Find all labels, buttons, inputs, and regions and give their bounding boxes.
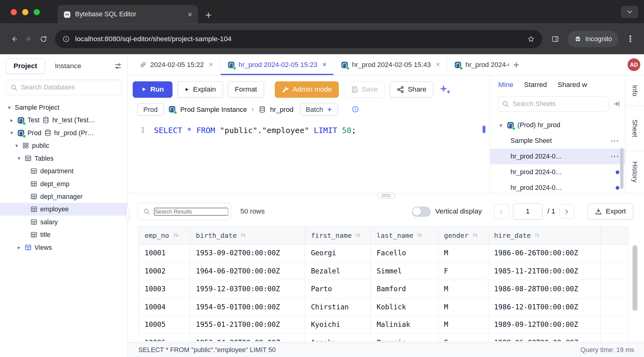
- sheet-search[interactable]: [497, 96, 609, 112]
- result-row[interactable]: 100021964-06-02T00:00:00ZBezalelSimmelF1…: [139, 262, 628, 280]
- tree-item-test[interactable]: ▸Testhr_test (Test…: [0, 114, 127, 126]
- sort-icon[interactable]: [173, 233, 179, 238]
- column-header-last-name[interactable]: last_name: [371, 226, 438, 244]
- column-header-hire-date[interactable]: hire_date: [488, 226, 601, 244]
- new-browser-tab-button[interactable]: +: [205, 10, 211, 21]
- reload-button[interactable]: [36, 32, 51, 46]
- close-window-button[interactable]: [11, 9, 17, 15]
- forward-button[interactable]: [22, 32, 36, 46]
- filter-settings-button[interactable]: [114, 62, 122, 70]
- collapse-panel-button[interactable]: [613, 100, 620, 108]
- column-header-gender[interactable]: gender: [438, 226, 488, 244]
- close-tab-icon[interactable]: ×: [209, 60, 213, 69]
- result-row[interactable]: 100011953-09-02T00:00:00ZGeorgiFacelloM1…: [139, 244, 628, 262]
- zoom-window-button[interactable]: [34, 9, 40, 15]
- sheet-item-hr-prod-2024-0[interactable]: hr_prod 2024-0…: [490, 164, 625, 180]
- tree-item-sample-project[interactable]: ▾Sample Project: [0, 101, 127, 114]
- database-name[interactable]: hr_prod: [270, 105, 293, 113]
- sql-code-area[interactable]: 1 SELECT * FROM "public"."employee" LIMI…: [133, 119, 490, 193]
- connection-info-button[interactable]: [351, 106, 359, 113]
- run-button[interactable]: Run: [133, 81, 173, 97]
- environment-badge[interactable]: Prod: [137, 103, 164, 116]
- more-menu-icon[interactable]: ···: [611, 136, 619, 145]
- sql-tab-2024-02-05-15-22[interactable]: 2024-02-05 15:22×: [133, 54, 221, 75]
- close-tab-icon[interactable]: ×: [322, 60, 327, 69]
- minimize-window-button[interactable]: [22, 9, 28, 15]
- column-header-emp-no[interactable]: emp_no: [139, 226, 190, 244]
- result-row[interactable]: 100041954-05-01T00:00:00ZChirstianKoblic…: [139, 298, 628, 316]
- export-button[interactable]: Export: [587, 203, 633, 220]
- tree-item-dept-emp[interactable]: dept_emp: [0, 177, 127, 190]
- sort-icon[interactable]: [417, 233, 423, 238]
- tab-starred[interactable]: Starred: [524, 81, 547, 89]
- new-sheet-tab-button[interactable]: +: [509, 59, 524, 70]
- sheet-item-hr-prod-2024-0[interactable]: hr_prod 2024-0…···: [490, 149, 625, 164]
- tree-item-salary[interactable]: salary: [0, 216, 127, 228]
- tab-instance[interactable]: Instance: [55, 62, 81, 70]
- database-search[interactable]: [6, 80, 122, 95]
- tree-item-prod[interactable]: ▾Prodhr_prod (Pr…: [0, 127, 127, 139]
- instance-name[interactable]: Prod Sample Instance: [180, 105, 247, 113]
- address-bar[interactable]: localhost:8080/sql-editor/sheet/project-…: [55, 30, 542, 48]
- database-search-input[interactable]: [21, 84, 117, 91]
- sort-icon[interactable]: [240, 233, 246, 238]
- batch-button[interactable]: Batch: [300, 103, 338, 116]
- browser-tab[interactable]: Bytebase SQL Editor ×: [57, 5, 198, 24]
- sql-tab-hr-prod-2024-02-05-15-43[interactable]: hr_prod 2024-02-05 15:43×: [334, 54, 447, 75]
- rail-tab-sheet[interactable]: Sheet: [626, 106, 644, 151]
- result-row[interactable]: 100031959-12-03T00:00:00ZPartoBamfordM19…: [139, 280, 628, 298]
- tree-item-title[interactable]: title: [0, 228, 127, 241]
- tree-item-employee[interactable]: employee: [0, 203, 127, 215]
- bookmark-star-icon[interactable]: [527, 35, 535, 43]
- save-button[interactable]: Save: [344, 81, 385, 97]
- splitter-drag-handle[interactable]: [377, 193, 395, 198]
- browser-menu-icon[interactable]: ⋮: [623, 34, 637, 44]
- results-search-input[interactable]: [154, 208, 228, 215]
- vertical-display-toggle[interactable]: [412, 206, 430, 217]
- side-panel-button[interactable]: [548, 32, 563, 46]
- sql-tab-hr-prod-2024-02-05-15-23[interactable]: hr_prod 2024-02-05 15:23×: [221, 54, 334, 75]
- column-header-birth-date[interactable]: birth_date: [190, 226, 305, 244]
- sort-icon[interactable]: [472, 233, 478, 238]
- tree-item-tables[interactable]: ▾Tables: [0, 152, 127, 165]
- close-browser-tab-icon[interactable]: ×: [188, 10, 192, 18]
- sheet-item-prod-hr-prod[interactable]: ▾(Prod) hr_prod: [490, 117, 625, 133]
- tree-item-views[interactable]: ▸Views: [0, 241, 127, 254]
- sheet-search-input[interactable]: [512, 100, 604, 108]
- tree-item-public[interactable]: ▾public: [0, 139, 127, 152]
- sheet-scrollbar[interactable]: [620, 148, 623, 189]
- tab-shared[interactable]: Shared w: [558, 81, 587, 89]
- next-page-button[interactable]: [559, 204, 574, 219]
- admin-mode-button[interactable]: Admin mode: [275, 81, 339, 97]
- ai-assistant-button[interactable]: [438, 84, 452, 95]
- share-button[interactable]: Share: [390, 81, 433, 97]
- sheet-item-hr-prod-2024-0[interactable]: hr_prod 2024-0…: [490, 180, 625, 193]
- site-info-icon[interactable]: [62, 35, 70, 43]
- column-header-first-name[interactable]: first_name: [305, 226, 371, 244]
- results-search[interactable]: [138, 203, 231, 220]
- prev-page-button[interactable]: [494, 204, 509, 219]
- sidebar-resize-handle[interactable]: [126, 207, 129, 222]
- back-button[interactable]: [6, 32, 21, 46]
- rail-tab-history[interactable]: History: [626, 151, 644, 193]
- tab-project[interactable]: Project: [6, 58, 45, 74]
- tab-mine[interactable]: Mine: [498, 81, 513, 89]
- result-row[interactable]: 100061953-04-20T00:00:00ZAnnekePreusigF1…: [139, 333, 628, 341]
- user-avatar[interactable]: AD: [628, 58, 640, 71]
- sheet-item-sample-sheet[interactable]: Sample Sheet···: [490, 133, 625, 149]
- tree-item-dept-manager[interactable]: dept_manager: [0, 190, 127, 203]
- format-button[interactable]: Format: [228, 81, 264, 97]
- panel-splitter[interactable]: [128, 193, 644, 197]
- result-row[interactable]: 100051955-01-21T00:00:00ZKyoichiMaliniak…: [139, 316, 628, 333]
- rail-tab-info[interactable]: Info: [626, 76, 644, 106]
- sort-icon[interactable]: [535, 233, 540, 238]
- tab-search-button[interactable]: [621, 6, 638, 18]
- more-menu-icon[interactable]: ···: [611, 152, 619, 161]
- explain-button[interactable]: Explain: [178, 81, 223, 97]
- page-number-input[interactable]: [513, 203, 543, 220]
- tree-item-department[interactable]: department: [0, 165, 127, 177]
- sort-icon[interactable]: [355, 233, 361, 238]
- sql-tab-hr-prod-2024-0[interactable]: hr_prod 2024-0: [447, 54, 509, 75]
- results-scrollbar[interactable]: [633, 245, 638, 311]
- close-tab-icon[interactable]: ×: [436, 60, 440, 69]
